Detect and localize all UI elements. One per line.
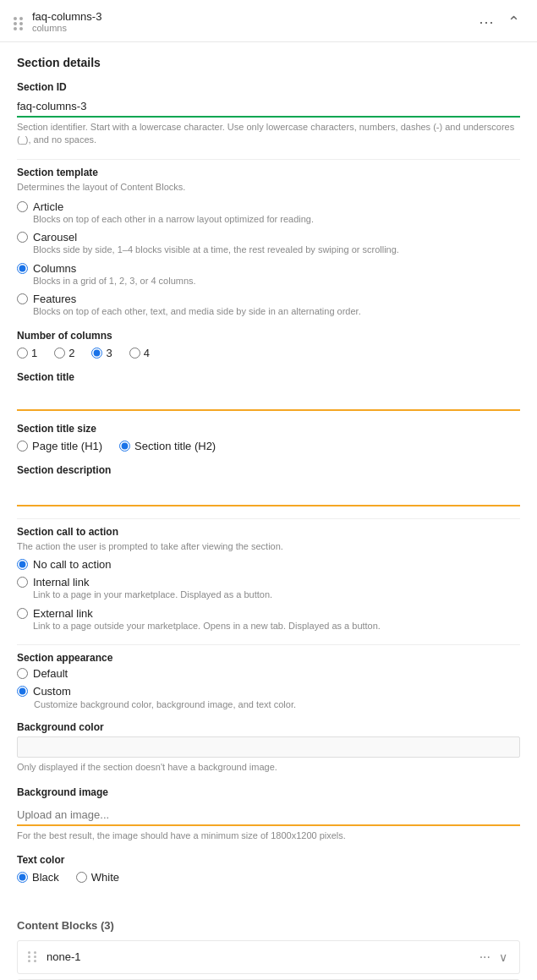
template-features-name: Features [33, 293, 361, 305]
section-appearance-group: Section appearance Default Custom Custom… [17, 652, 520, 709]
background-image-hint: For the best result, the image should ha… [17, 829, 520, 842]
size-radio-h1[interactable] [17, 441, 28, 452]
section-title-size-group: Section title size Page title (H1) Secti… [17, 423, 520, 452]
cta-radio-external[interactable] [17, 608, 28, 619]
size-h2-text: Section title (H2) [134, 440, 216, 452]
cta-none-name: No call to action [33, 558, 112, 571]
template-article-desc: Blocks on top of each other in a narrow … [33, 213, 314, 226]
size-radio-h2[interactable] [119, 441, 130, 452]
template-columns-name: Columns [33, 262, 196, 275]
section-id-hint: Section identifier. Start with a lowerca… [17, 121, 520, 147]
template-option-carousel: Carousel Blocks side by side, 1–4 blocks… [17, 231, 520, 256]
text-color-radio-white[interactable] [76, 872, 87, 883]
appearance-default-name: Default [33, 667, 68, 680]
drag-handle-icon[interactable] [14, 17, 24, 27]
section-template-hint: Determines the layout of Content Blocks. [17, 182, 520, 192]
col-2-text: 2 [68, 347, 74, 359]
col-radio-1[interactable] [17, 348, 28, 359]
section-details-heading: Section details [17, 56, 520, 69]
text-color-radio-black[interactable] [17, 872, 28, 883]
text-color-black-text: Black [32, 871, 59, 884]
text-color-white-label[interactable]: White [76, 871, 119, 884]
section-template-label: Section template [17, 167, 520, 178]
content-blocks-section: Content Blocks (3) none-1 ··· ∨ [0, 909, 537, 980]
appearance-custom-hint: Customize background color, background i… [34, 699, 520, 709]
appearance-radio-default[interactable] [17, 668, 28, 679]
col-radio-4-label[interactable]: 4 [129, 347, 150, 359]
cta-internal-desc: Link to a page in your marketplace. Disp… [33, 589, 272, 601]
background-color-input[interactable] [23, 741, 514, 753]
col-radio-2[interactable] [54, 348, 65, 359]
appearance-option-default: Default [17, 667, 520, 680]
appearance-custom-name: Custom [33, 685, 71, 698]
columns-radio-row: 1 2 3 4 [17, 347, 520, 359]
text-color-label: Text color [17, 854, 520, 866]
text-color-row: Black White [17, 871, 520, 884]
cta-radio-internal[interactable] [17, 577, 28, 588]
template-article-name: Article [33, 200, 314, 213]
col-radio-4[interactable] [129, 348, 140, 359]
text-color-white-text: White [91, 871, 119, 884]
template-columns-desc: Blocks in a grid of 1, 2, 3, or 4 column… [33, 275, 196, 287]
size-radio-h2-label[interactable]: Section title (H2) [119, 440, 216, 452]
template-radio-columns[interactable] [17, 263, 28, 274]
cta-external-desc: Link to a page outside your marketplace.… [33, 620, 381, 632]
section-title-size-label: Section title size [17, 423, 520, 435]
cta-option-internal: Internal link Link to a page in your mar… [17, 576, 520, 601]
background-color-wrapper [17, 736, 520, 758]
template-option-columns: Columns Blocks in a grid of 1, 2, 3, or … [17, 262, 520, 287]
size-radio-h1-label[interactable]: Page title (H1) [17, 440, 102, 452]
panel: faq-columns-3 columns ⋯ ⌃ Section detail… [0, 0, 537, 980]
block-item-none-1: none-1 ··· ∨ [17, 940, 520, 974]
appearance-radio-custom[interactable] [17, 686, 28, 697]
panel-titles: faq-columns-3 columns [32, 10, 101, 33]
template-carousel-name: Carousel [33, 231, 399, 244]
block-drag-handle-1[interactable] [28, 951, 38, 962]
background-image-input[interactable] [17, 805, 520, 826]
panel-header-actions: ⋯ ⌃ [475, 13, 523, 31]
background-color-hint: Only displayed if the section doesn't ha… [17, 761, 520, 774]
col-radio-3-label[interactable]: 3 [91, 347, 112, 359]
section-id-input[interactable] [17, 96, 520, 118]
section-title-input[interactable] [17, 390, 520, 411]
template-radio-article[interactable] [17, 201, 28, 212]
section-cta-label: Section call to action [17, 526, 520, 538]
cta-option-none: No call to action [17, 558, 520, 571]
panel-subtitle: columns [32, 23, 101, 33]
section-cta-group: Section call to action The action the us… [17, 526, 520, 632]
section-id-group: Section ID Section identifier. Start wit… [17, 81, 520, 147]
more-options-button[interactable]: ⋯ [475, 13, 497, 31]
cta-option-external: External link Link to a page outside you… [17, 607, 520, 632]
content-blocks-title: Content Blocks (3) [17, 919, 520, 932]
section-description-group: Section description [17, 464, 520, 506]
collapse-button[interactable]: ⌃ [504, 13, 523, 31]
block-actions-1: ··· ∨ [478, 950, 509, 965]
col-radio-2-label[interactable]: 2 [54, 347, 74, 359]
background-image-group: Background image For the best result, th… [17, 786, 520, 842]
block-name-none-1: none-1 [47, 950, 469, 963]
col-1-text: 1 [31, 347, 37, 359]
section-appearance-label: Section appearance [17, 652, 520, 664]
appearance-option-custom: Custom Customize background color, backg… [17, 685, 520, 709]
cta-radio-none[interactable] [17, 559, 28, 570]
panel-title: faq-columns-3 [32, 10, 101, 23]
divider-3 [17, 644, 520, 645]
section-cta-hint: The action the user is prompted to take … [17, 541, 520, 551]
template-option-article: Article Blocks on top of each other in a… [17, 200, 520, 226]
col-4-text: 4 [144, 347, 150, 359]
col-radio-1-label[interactable]: 1 [17, 347, 37, 359]
cta-internal-name: Internal link [33, 576, 272, 589]
block-expand-button-1[interactable]: ∨ [497, 950, 509, 964]
template-radio-features[interactable] [17, 293, 28, 304]
section-description-input[interactable] [17, 483, 520, 506]
col-radio-3[interactable] [91, 348, 102, 359]
size-h1-text: Page title (H1) [32, 440, 102, 452]
text-color-black-label[interactable]: Black [17, 871, 59, 884]
block-menu-button-1[interactable]: ··· [478, 950, 492, 965]
template-radio-carousel[interactable] [17, 232, 28, 243]
section-description-label: Section description [17, 464, 520, 476]
background-color-group: Background color Only displayed if the s… [17, 721, 520, 774]
panel-body: Section details Section ID Section ident… [0, 42, 537, 980]
text-color-group: Text color Black White [17, 854, 520, 884]
background-image-label: Background image [17, 786, 520, 798]
